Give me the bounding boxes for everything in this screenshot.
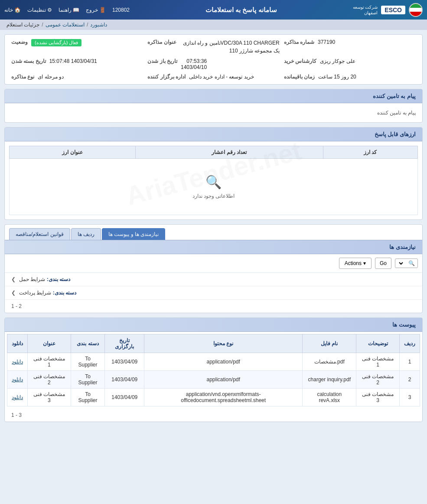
requirements-section: نیازمندی ها 🔍 Go ▾ Actions دسته بن xyxy=(5,240,422,313)
app-title: سامانه پاسخ به استعلامات xyxy=(205,6,277,14)
cell-description: مشخصات فنی 1 xyxy=(356,353,400,371)
inquiry-open-date-value: 07:53:36 1403/04/10 xyxy=(181,58,207,70)
search-icon: 🔍 xyxy=(408,260,415,266)
nav-home[interactable]: 🏠 خانه xyxy=(4,7,21,13)
cell-row-num: 3 xyxy=(400,389,420,406)
actions-button[interactable]: ▾ Actions xyxy=(339,258,372,269)
inquiry-buyer-label: کارشناس خرید xyxy=(284,58,316,64)
tab-rules[interactable]: قوانین استعلام/مناقصه xyxy=(9,228,70,240)
cell-filename: pdf.مشخصات xyxy=(303,353,356,371)
breadcrumb-inquiries[interactable]: استعلامات عمومی xyxy=(46,22,85,28)
col-content-type: نوع محتوا xyxy=(144,334,303,353)
cell-title: مشخصات فنی 3 xyxy=(28,389,71,406)
requirements-header: نیازمندی ها xyxy=(5,240,422,254)
settings-icon: ⚙ xyxy=(47,7,52,13)
table-row: 3 مشخصات فنی 3 calculation revA.xlsx app… xyxy=(7,389,420,406)
inquiry-status-row: فعال (بارگشایی نشده) وضعیت xyxy=(11,39,143,55)
inquiry-number-label: شماره مذاکره xyxy=(284,39,314,45)
nav-settings[interactable]: ⚙ تنظیمات xyxy=(27,7,52,13)
attachments-table: ردیف توضیحات نام فایل نوع محتوا تاریخ با… xyxy=(7,334,420,406)
inquiry-remaining-value: 20 روز 15 ساعت xyxy=(318,74,356,80)
cell-download[interactable]: دانلود xyxy=(7,389,28,406)
empty-message: اطلاعاتی وجود ندارد xyxy=(192,193,235,199)
col-currency-title: عنوان ارز xyxy=(10,146,136,159)
cell-filename: charger inquiry.pdf xyxy=(303,371,356,389)
inquiry-organizer-row: خرید توسعه - اداره خرید داخلی اداره برگز… xyxy=(147,74,279,80)
inquiry-close-date-label: تاریخ بسته شدن xyxy=(11,58,46,64)
download-link[interactable]: دانلود xyxy=(12,376,23,383)
message-content: پیام به تامین کننده xyxy=(5,103,422,122)
col-title: عنوان xyxy=(28,334,71,353)
actions-bar: 🔍 Go ▾ Actions xyxy=(5,254,422,273)
app-title-area: سامانه پاسخ به استعلامات xyxy=(205,6,277,14)
search-box[interactable]: 🔍 xyxy=(395,259,418,268)
cell-content-type: application/vnd.openxmlformats-officedoc… xyxy=(144,389,303,406)
company-subtitle: شرکت توسعه اصفهان xyxy=(353,4,378,16)
message-header: پیام به تامین کننده xyxy=(5,89,422,103)
currencies-table-wrapper: کد ارز تعداد رقم اعشار عنوان ارز 🔍 اطلاع… xyxy=(5,141,422,219)
breadcrumb-home[interactable]: داشبورد xyxy=(90,22,107,28)
esco-logo: ESCO xyxy=(381,6,405,14)
currencies-empty: 🔍 اطلاعاتی وجود ندارد xyxy=(10,159,418,215)
inquiry-organizer-value: خرید توسعه - اداره خرید داخلی xyxy=(189,74,254,80)
logo-area: ESCO شرکت توسعه اصفهان xyxy=(353,3,423,17)
cell-date: 1403/04/09 xyxy=(105,371,144,389)
col-date: تاریخ بارگزاری xyxy=(105,334,144,353)
col-decimal-places: تعداد رقم اعشار xyxy=(135,146,323,159)
nav-help[interactable]: 📖 راهنما xyxy=(59,7,79,13)
go-button[interactable]: Go xyxy=(375,258,391,269)
inquiry-info-card: 377190 شماره مذاکره VDC/30A 110 CHARGERت… xyxy=(4,34,423,85)
top-bar: ESCO شرکت توسعه اصفهان سامانه پاسخ به اس… xyxy=(0,0,427,20)
logout-icon: 🚪 xyxy=(99,7,106,13)
inquiry-close-date-value: 1403/04/31 15:07:48 xyxy=(49,58,97,64)
chevron-icon-shipping: ❯ xyxy=(11,276,16,282)
download-link[interactable]: دانلود xyxy=(12,359,23,365)
col-filename: نام فایل xyxy=(303,334,356,353)
cell-download[interactable]: دانلود xyxy=(7,371,28,389)
inquiry-title-label: عنوان مذاکره xyxy=(147,39,176,45)
col-description: توضیحات xyxy=(356,334,400,353)
cell-date: 1403/04/09 xyxy=(105,389,144,406)
category-row-shipping[interactable]: دسته بندی: شرایط حمل ❯ xyxy=(5,273,422,286)
currencies-section: ارزهای قابل پاسخ کد ارز تعداد رقم اعشار … xyxy=(4,127,423,220)
tabs-bar: نیازمندی ها و پیوست ها ردیف ها قوانین اس… xyxy=(5,225,422,240)
inquiry-remaining-label: زمان باقیمانده xyxy=(284,74,315,80)
tab-rows[interactable]: ردیف ها xyxy=(71,228,101,240)
inquiry-type-value: دو مرحله ای xyxy=(38,74,64,80)
col-currency-code: کد ارز xyxy=(323,146,417,159)
requirements-pagination: 1 - 2 xyxy=(5,300,422,313)
currencies-header: ارزهای قابل پاسخ xyxy=(5,128,422,141)
cell-category: To Supplier xyxy=(71,353,105,371)
category-shipping-label: دسته بندی: شرایط حمل xyxy=(19,276,70,282)
cell-filename: calculation revA.xlsx xyxy=(303,389,356,406)
empty-search-icon: 🔍 xyxy=(27,174,400,190)
message-section: پیام به تامین کننده پیام به تامین کننده xyxy=(4,89,423,123)
cell-category: To Supplier xyxy=(71,389,105,406)
category-row-payment[interactable]: دسته بندی: شرایط پرداخت ❯ xyxy=(5,286,422,300)
inquiry-close-date-row: 1403/04/31 15:07:48 تاریخ بسته شدن xyxy=(11,58,143,70)
tab-requirements[interactable]: نیازمندی ها و پیوست ها xyxy=(102,228,165,240)
cell-download[interactable]: دانلود xyxy=(7,353,28,371)
category-payment-label: دسته بندی: شرایط پرداخت xyxy=(19,290,76,296)
inquiry-title-value: VDC/30A 110 CHARGERتامین و راه اندازی یک… xyxy=(180,39,280,55)
table-row: 1 مشخصات فنی 1 pdf.مشخصات application/pd… xyxy=(7,353,420,371)
inquiry-type-label: نوع مذاکره xyxy=(11,74,34,80)
search-dropdown[interactable] xyxy=(398,260,407,267)
flag-icon xyxy=(409,3,423,17)
currencies-table: کد ارز تعداد رقم اعشار عنوان ارز 🔍 اطلاع… xyxy=(9,146,418,215)
cell-description: مشخصات فنی 2 xyxy=(356,371,400,389)
inquiry-status-label: وضعیت xyxy=(11,39,28,45)
cell-title: مشخصات فنی 1 xyxy=(28,353,71,371)
cell-content-type: application/pdf xyxy=(144,371,303,389)
breadcrumb: داشبورد / استعلامات عمومی / جزئیات استعل… xyxy=(0,20,427,30)
col-category: دسته بندی xyxy=(71,334,105,353)
inquiry-number-row: 377190 شماره مذاکره xyxy=(284,39,416,55)
status-badge: فعال (بارگشایی نشده) xyxy=(31,39,81,46)
info-grid: 377190 شماره مذاکره VDC/30A 110 CHARGERت… xyxy=(11,39,416,80)
nav-bar: 120802 🚪 خروج 📖 راهنما ⚙ تنظیمات 🏠 خانه xyxy=(4,7,130,13)
breadcrumb-current: جزئیات استعلام xyxy=(7,22,39,28)
table-row: 2 مشخصات فنی 2 charger inquiry.pdf appli… xyxy=(7,371,420,389)
inquiry-remaining-row: 20 روز 15 ساعت زمان باقیمانده xyxy=(284,74,416,80)
nav-logout[interactable]: 🚪 خروج xyxy=(86,7,106,13)
download-link[interactable]: دانلود xyxy=(12,394,23,400)
